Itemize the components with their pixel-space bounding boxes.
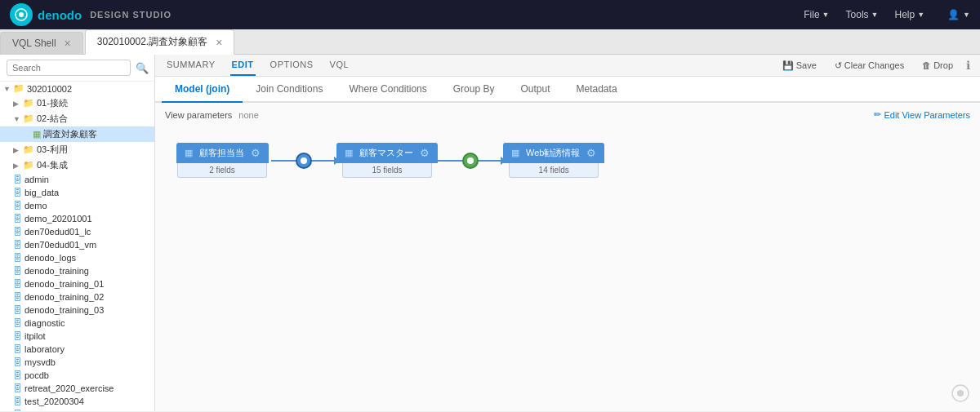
tab-main-view[interactable]: 302010002.調査対象顧客 × xyxy=(85,29,235,55)
tree-item-21[interactable]: 🗄 pocdb xyxy=(0,369,154,382)
info-icon[interactable]: ℹ xyxy=(966,59,970,72)
connector-node-inner-1 xyxy=(301,157,307,164)
join-table-3-gear[interactable]: ⚙ xyxy=(586,147,596,159)
view-icon: ▦ xyxy=(33,129,41,140)
svg-point-3 xyxy=(957,390,964,396)
tree-item-11[interactable]: 🗄 den70edud01_vm xyxy=(0,238,154,251)
tree-item-15[interactable]: 🗄 denodo_training_02 xyxy=(0,290,154,303)
user-menu[interactable]: 👤 ▼ xyxy=(947,9,970,20)
connector-arrow-1 xyxy=(334,157,340,165)
tree-item-4[interactable]: ▶ 📁 03-利用 xyxy=(0,142,154,157)
user-icon: 👤 xyxy=(947,9,960,20)
db-icon: 🗄 xyxy=(13,357,22,367)
tree-expand-2: ▼ xyxy=(13,115,23,123)
subnav-options[interactable]: OPTIONS xyxy=(269,55,315,76)
view-tabs: Model (join) Join Conditions Where Condi… xyxy=(155,77,980,103)
search-input[interactable] xyxy=(7,60,131,76)
join-table-3-header: ▦ Web勧誘情報 ⚙ xyxy=(503,143,604,163)
tab-main-view-label: 302010002.調査対象顧客 xyxy=(97,35,207,49)
tree-expand-0: ▼ xyxy=(3,85,13,93)
join-table-3-footer: 14 fields xyxy=(509,163,599,178)
tree-item-20[interactable]: 🗄 mysvdb xyxy=(0,356,154,369)
tab-main-view-close[interactable]: × xyxy=(216,37,222,48)
tree-item-14[interactable]: 🗄 denodo_training_01 xyxy=(0,277,154,290)
join-table-3-name: Web勧誘情報 xyxy=(526,147,580,159)
tree-label-3: 調査対象顧客 xyxy=(43,128,97,140)
subnav-actions: 💾 Save ↺ Clear Changes 🗑 Drop ℹ xyxy=(777,58,970,73)
table-icon-2: ▦ xyxy=(345,148,353,158)
db-icon: 🗄 xyxy=(13,227,22,237)
sidebar-tree: ▼ 📁 302010002 ▶ 📁 01-接続 ▼ 📁 02-結合 ▦ 調査対象… xyxy=(0,82,154,411)
tree-item-3[interactable]: ▦ 調査対象顧客 xyxy=(0,126,154,142)
tree-item-0[interactable]: ▼ 📁 302010002 xyxy=(0,82,154,95)
subnav-vql[interactable]: VQL xyxy=(328,55,351,76)
tree-item-13[interactable]: 🗄 denodo_training xyxy=(0,264,154,277)
subnav-edit[interactable]: EDIT xyxy=(230,55,256,76)
drop-button[interactable]: 🗑 Drop xyxy=(917,58,958,73)
tree-label-24: test_20200318 xyxy=(24,410,84,411)
tree-label-0: 302010002 xyxy=(27,84,72,94)
tree-item-18[interactable]: 🗄 itpilot xyxy=(0,330,154,343)
clear-changes-button[interactable]: ↺ Clear Changes xyxy=(830,58,909,73)
tab-where-conditions[interactable]: Where Conditions xyxy=(336,77,439,103)
tree-item-23[interactable]: 🗄 test_20200304 xyxy=(0,395,154,408)
connector-node-1[interactable] xyxy=(296,153,312,169)
tree-label-17: diagnostic xyxy=(24,318,65,328)
tree-item-7[interactable]: 🗄 big_data xyxy=(0,186,154,199)
tree-item-24[interactable]: 🗄 test_20200318 xyxy=(0,408,154,411)
tab-vql-shell[interactable]: VQL Shell × xyxy=(0,32,83,54)
tree-item-16[interactable]: 🗄 denodo_training_03 xyxy=(0,303,154,317)
join-table-1-header: ▦ 顧客担当当 ⚙ xyxy=(176,143,269,163)
tab-metadata[interactable]: Metadata xyxy=(564,77,630,103)
tree-item-2[interactable]: ▼ 📁 02-結合 xyxy=(0,111,154,126)
tree-item-10[interactable]: 🗄 den70edud01_lc xyxy=(0,225,154,238)
subnav-summary[interactable]: SUMMARY xyxy=(165,55,217,76)
db-icon: 🗄 xyxy=(13,331,22,341)
tree-item-17[interactable]: 🗄 diagnostic xyxy=(0,317,154,330)
menu-tools[interactable]: Tools ▼ xyxy=(846,9,879,20)
tree-label-9: demo_20201001 xyxy=(24,214,92,224)
tree-item-6[interactable]: 🗄 admin xyxy=(0,173,154,186)
save-button[interactable]: 💾 Save xyxy=(777,58,822,73)
main-layout: 🔍 ⚙ ? ▼ 📁 302010002 ▶ 📁 01-接続 ▼ 📁 02-結合 … xyxy=(0,55,980,411)
tree-label-4: 03-利用 xyxy=(37,144,68,156)
tab-join-conditions[interactable]: Join Conditions xyxy=(243,77,336,103)
db-icon: 🗄 xyxy=(13,240,22,250)
tree-label-1: 01-接続 xyxy=(37,97,68,109)
studio-label: DESIGN STUDIO xyxy=(90,10,172,20)
tree-label-11: den70edud01_vm xyxy=(24,240,96,250)
tree-item-5[interactable]: ▶ 📁 04-集成 xyxy=(0,157,154,173)
db-icon: 🗄 xyxy=(13,305,22,315)
tree-item-12[interactable]: 🗄 denodo_logs xyxy=(0,251,154,264)
tab-group-by[interactable]: Group By xyxy=(440,77,508,103)
tree-item-22[interactable]: 🗄 retreat_2020_exercise xyxy=(0,382,154,395)
join-table-2-footer: 15 fields xyxy=(342,163,432,178)
connector-arrow-2 xyxy=(501,157,506,165)
tree-item-8[interactable]: 🗄 demo xyxy=(0,199,154,212)
db-icon: 🗄 xyxy=(13,383,22,393)
view-params-label: View parameters xyxy=(165,110,232,120)
table-icon-1: ▦ xyxy=(185,148,193,158)
join-table-1-gear[interactable]: ⚙ xyxy=(251,147,261,159)
menu-file[interactable]: File ▼ xyxy=(804,9,829,20)
view-params-value: none xyxy=(238,110,874,120)
join-table-2-header: ▦ 顧客マスター ⚙ xyxy=(336,143,438,163)
connector-node-2[interactable] xyxy=(462,153,479,169)
subnav: SUMMARY EDIT OPTIONS VQL 💾 Save ↺ Clear … xyxy=(155,55,980,77)
view-canvas: View parameters none ✏ Edit View Paramet… xyxy=(155,103,980,411)
tab-model-join[interactable]: Model (join) xyxy=(162,77,243,103)
menu-help[interactable]: Help ▼ xyxy=(894,9,924,20)
tree-label-19: laboratory xyxy=(24,344,65,354)
tree-label-23: test_20200304 xyxy=(24,396,84,406)
tab-output[interactable]: Output xyxy=(507,77,563,103)
join-table-2-gear[interactable]: ⚙ xyxy=(420,147,430,159)
tree-item-19[interactable]: 🗄 laboratory xyxy=(0,343,154,356)
tab-vql-shell-close[interactable]: × xyxy=(65,38,71,49)
tree-item-1[interactable]: ▶ 📁 01-接続 xyxy=(0,95,154,111)
watermark xyxy=(951,383,970,405)
edit-view-params-button[interactable]: ✏ Edit View Parameters xyxy=(874,109,970,120)
tree-item-9[interactable]: 🗄 demo_20201001 xyxy=(0,212,154,225)
db-icon: 🗄 xyxy=(13,292,22,302)
search-icon[interactable]: 🔍 xyxy=(134,60,150,76)
tree-label-7: big_data xyxy=(24,188,59,197)
